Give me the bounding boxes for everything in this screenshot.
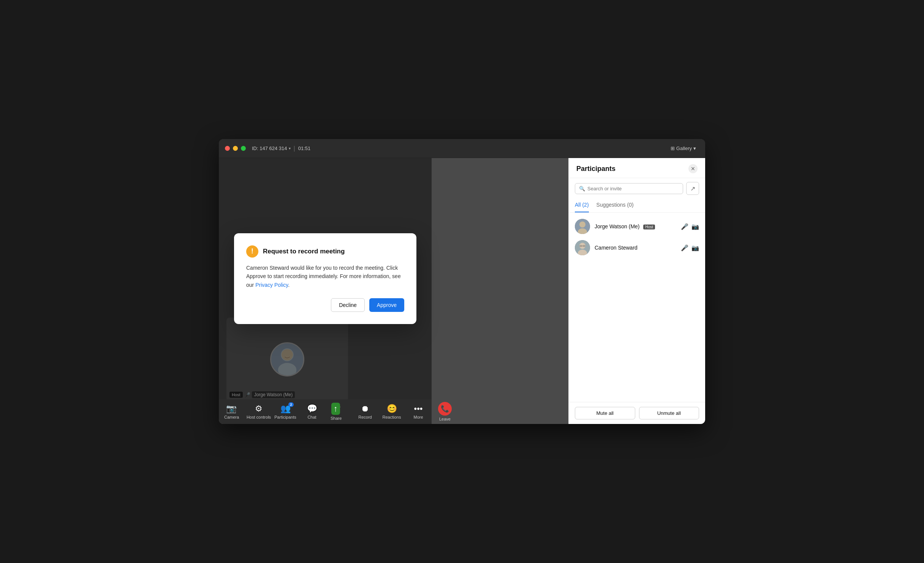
search-icon: 🔍 (579, 186, 585, 191)
share-icon: ↑ (331, 403, 340, 415)
sidebar-bottom: Mute all Unmute all (569, 402, 705, 424)
participant-cam-muted-icon: 📷 (691, 244, 699, 251)
participant-info: Jorge Watson (Me) Host (595, 223, 676, 230)
participant-cam-muted-icon: 📷 (691, 223, 699, 230)
svg-point-5 (579, 221, 585, 228)
meeting-timer: 01:51 (298, 145, 311, 151)
participant-controls: 🎤 📷 (681, 223, 699, 230)
window-controls (225, 146, 246, 151)
gallery-button[interactable]: ⊞ Gallery ▾ (668, 144, 699, 153)
camera-label: Camera (224, 415, 239, 419)
list-item: Jorge Watson (Me) Host 🎤 📷 (569, 216, 705, 237)
avatar (575, 219, 590, 234)
more-toolbar-item[interactable]: ••• More (405, 402, 432, 422)
search-input[interactable] (587, 186, 679, 191)
list-item: Cameron Steward 🎤 📷 (569, 237, 705, 258)
chat-label: Chat (307, 415, 316, 419)
avatar (575, 240, 590, 255)
record-icon: ⏺ (361, 404, 369, 414)
record-request-modal: ! Request to record meeting Cameron Stew… (234, 233, 416, 324)
reactions-toolbar-item[interactable]: 😊 Reactions (378, 402, 405, 422)
toolbar: 🎤 ▲ Mic 📷 ▲ Camera (219, 399, 432, 424)
share-toolbar-item[interactable]: ↑ ▲ Share (325, 400, 352, 423)
participant-mic-muted-icon: 🎤 (681, 244, 688, 251)
warning-icon: ! (246, 245, 258, 258)
approve-button[interactable]: Approve (369, 298, 404, 312)
video-area: Host 🎤 Jorge Watson (Me) ! Request to re… (219, 158, 568, 424)
camera-toolbar-item[interactable]: 📷 ▲ Camera (219, 402, 245, 422)
host-controls-label: Host controls (247, 415, 271, 419)
more-icon: ••• (414, 404, 422, 414)
host-controls-icon: ⚙ (255, 404, 263, 414)
modal-title: Request to record meeting (263, 248, 345, 255)
more-label: More (413, 415, 423, 419)
modal-body: Cameron Steward would like for you to re… (246, 264, 404, 289)
reactions-label: Reactions (383, 415, 401, 419)
share-label: Share (331, 416, 342, 421)
participants-count-badge: 2 (288, 402, 293, 407)
gallery-grid-icon: ⊞ (671, 145, 675, 151)
gallery-chevron-icon: ▾ (693, 145, 696, 151)
modal-header: ! Request to record meeting (246, 245, 404, 258)
modal-actions: Decline Approve (246, 298, 404, 312)
title-bar: ID: 147 624 314 ▾ | 01:51 ⊞ Gallery ▾ (219, 139, 705, 158)
participant-controls: 🎤 📷 (681, 244, 699, 251)
participants-sidebar: Participants ✕ 🔍 ↗ All (2) Suggestions (… (568, 158, 705, 424)
leave-toolbar-item[interactable]: 📞 Leave (432, 400, 458, 424)
tab-all[interactable]: All (2) (575, 199, 589, 212)
separator: | (294, 145, 295, 152)
reactions-icon: 😊 (387, 404, 397, 414)
decline-button[interactable]: Decline (331, 298, 365, 312)
tab-suggestions[interactable]: Suggestions (0) (596, 199, 634, 212)
participant-name: Jorge Watson (Me) Host (595, 223, 655, 229)
chat-toolbar-item[interactable]: 💬 Chat (299, 402, 325, 422)
record-label: Record (358, 415, 372, 419)
sidebar-title: Participants (576, 165, 615, 173)
participants-label: Participants (274, 415, 296, 419)
record-toolbar-item[interactable]: ⏺ Record (352, 402, 378, 422)
host-controls-toolbar-item[interactable]: ⚙ Host controls (245, 402, 272, 422)
host-tag: Host (643, 225, 655, 229)
maximize-window-button[interactable] (241, 146, 246, 151)
participant-mic-muted-icon: 🎤 (681, 223, 688, 230)
chat-icon: 💬 (307, 404, 317, 414)
search-input-wrapper: 🔍 (575, 183, 683, 194)
camera-icon: 📷 (226, 404, 236, 414)
meeting-id-chevron: ▾ (289, 146, 291, 150)
sidebar-tabs: All (2) Suggestions (0) (569, 199, 705, 213)
sidebar-header: Participants ✕ (569, 158, 705, 178)
privacy-policy-link[interactable]: Privacy Policy (255, 282, 288, 288)
participants-toolbar-item[interactable]: 👥 2 Participants (272, 402, 299, 422)
main-content: Host 🎤 Jorge Watson (Me) ! Request to re… (219, 158, 705, 424)
search-bar: 🔍 ↗ (575, 182, 699, 195)
app-window: ID: 147 624 314 ▾ | 01:51 ⊞ Gallery ▾ (219, 139, 705, 424)
participant-info: Cameron Steward (595, 244, 676, 251)
close-window-button[interactable] (225, 146, 230, 151)
participant-list: Jorge Watson (Me) Host 🎤 📷 (569, 213, 705, 402)
minimize-window-button[interactable] (233, 146, 238, 151)
leave-icon: 📞 (438, 402, 452, 416)
participants-icon: 👥 2 (280, 404, 291, 414)
meeting-id: ID: 147 624 314 ▾ (252, 145, 291, 151)
modal-overlay: ! Request to record meeting Cameron Stew… (219, 158, 432, 399)
leave-label: Leave (439, 417, 451, 421)
participant-name: Cameron Steward (595, 245, 638, 251)
share-invite-button[interactable]: ↗ (686, 182, 699, 195)
mute-all-button[interactable]: Mute all (575, 407, 635, 419)
unmute-all-button[interactable]: Unmute all (639, 407, 699, 419)
close-sidebar-button[interactable]: ✕ (688, 164, 698, 173)
